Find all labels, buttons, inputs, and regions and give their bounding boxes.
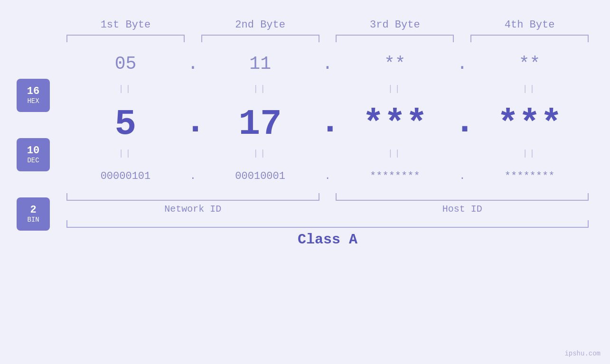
dec-b4: *** (470, 106, 589, 142)
hex-badge-num: 16 (27, 85, 39, 97)
bin-sep1: . (185, 170, 201, 182)
main-container: 1st Byte 2nd Byte 3rd Byte 4th Byte 16 H… (0, 0, 610, 364)
hex-b3: ** (336, 54, 454, 74)
byte1-bracket (66, 35, 185, 42)
id-labels: Network ID Host ID (66, 204, 589, 215)
hex-sep2: . (319, 54, 336, 74)
eq1-b2: || (201, 84, 319, 93)
bin-badge-num: 2 (30, 204, 36, 216)
host-bracket (336, 193, 589, 201)
byte1-header: 1st Byte (66, 19, 185, 31)
host-id-label: Host ID (336, 204, 589, 215)
hex-b4: ** (470, 54, 589, 74)
bin-sep2: . (319, 170, 336, 182)
dec-badge-num: 10 (27, 145, 39, 157)
eq2-b2: || (201, 149, 319, 158)
eq1-b1: || (66, 84, 185, 93)
eq2-b3: || (336, 149, 454, 158)
byte2-header: 2nd Byte (201, 19, 319, 31)
eq1-b4: || (470, 84, 589, 93)
bin-b2: 00010001 (201, 170, 319, 182)
byte3-bracket (336, 35, 454, 42)
bin-badge: 2 BIN (17, 197, 50, 231)
hex-sep3: . (454, 54, 470, 74)
bin-b3: ******** (336, 170, 454, 182)
class-label: Class A (66, 232, 589, 248)
eq2-b1: || (66, 149, 185, 158)
byte4-bracket (470, 35, 589, 42)
watermark: ipshu.com (564, 350, 601, 357)
dec-b3: *** (336, 106, 454, 142)
hex-badge-label: HEX (27, 97, 39, 105)
dec-badge-label: DEC (27, 157, 39, 164)
bin-row: 00000101 . 00010001 . ******** . *******… (66, 162, 589, 190)
bin-b4: ******** (470, 170, 589, 182)
byte4-header: 4th Byte (470, 19, 589, 31)
byte3-header: 3rd Byte (336, 19, 454, 31)
bin-b1: 00000101 (66, 170, 185, 182)
hex-b1: 05 (66, 54, 185, 74)
dec-b1: 5 (66, 106, 185, 142)
bin-badge-label: BIN (27, 216, 39, 224)
badges-column: 16 HEX 10 DEC 2 BIN (0, 47, 66, 248)
network-id-label: Network ID (66, 204, 319, 215)
hex-badge: 16 HEX (17, 79, 50, 112)
bin-sep3: . (454, 170, 470, 182)
eq1-b3: || (336, 84, 454, 93)
equals-row-2: || || || || (66, 145, 589, 162)
dec-b2: 17 (201, 106, 319, 142)
network-bracket (66, 193, 319, 201)
dec-sep1: . (185, 102, 201, 142)
class-bracket (66, 220, 589, 228)
bottom-brackets (66, 193, 589, 201)
eq2-b4: || (470, 149, 589, 158)
equals-row-1: || || || || (66, 80, 589, 97)
hex-sep1: . (185, 54, 201, 74)
dec-sep2: . (319, 102, 336, 142)
dec-badge: 10 DEC (17, 138, 50, 171)
dec-sep3: . (454, 102, 470, 142)
hex-b2: 11 (201, 54, 319, 74)
hex-row: 05 . 11 . ** . ** (66, 47, 589, 80)
byte2-bracket (201, 35, 319, 42)
dec-row: 5 . 17 . *** . *** (66, 97, 589, 145)
